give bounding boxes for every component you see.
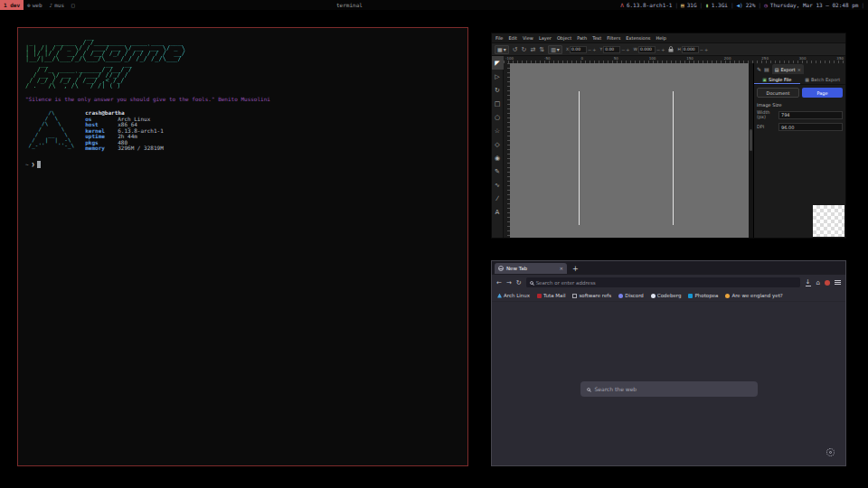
x-value[interactable]: 0.00 [570, 46, 587, 53]
tool-rectangle-icon[interactable]: □ [492, 97, 504, 110]
rotate-ccw-icon[interactable]: ↺ [513, 46, 518, 53]
search-placeholder: Search the web [595, 386, 637, 392]
bookmark-arch-linux[interactable]: Arch Linux [497, 293, 530, 298]
page-button[interactable]: Page [802, 88, 843, 98]
focused-window-title: terminal [79, 2, 621, 8]
w-value[interactable]: 0.000 [638, 46, 656, 53]
flip-horizontal-icon[interactable]: ⇄ [530, 46, 535, 53]
drawn-line-right[interactable] [673, 91, 674, 225]
close-tab-icon[interactable]: × [559, 266, 563, 271]
export-mode-tabs: ▣ Single File ▦ Batch Export [754, 75, 845, 85]
url-bar[interactable]: Search or enter address [526, 277, 800, 287]
drawn-line-left[interactable] [579, 91, 580, 225]
arch-logo-ascii: /\ / \ /\ \ / \ / __ \ / | | -\ /_-'' ''… [25, 110, 74, 152]
tool-calligraphy-icon[interactable]: ⁄ [492, 192, 504, 205]
tab-single-file[interactable]: ▣ Single File [754, 75, 800, 84]
menu-text[interactable]: Text [592, 35, 601, 41]
tuta-favicon [537, 294, 542, 298]
bookmark-discord[interactable]: Discord [618, 293, 644, 298]
image-size-label: Image Size [757, 102, 843, 108]
x-coordinate-spinner[interactable]: X 0.00 − + [566, 46, 597, 53]
dpi-label: DPI [757, 125, 777, 129]
menu-object[interactable]: Object [557, 35, 571, 41]
tool-spiral-icon[interactable]: ◉ [492, 151, 504, 164]
bookmark-codeberg[interactable]: Codeberg [651, 293, 682, 298]
cwd: ~ [25, 161, 29, 167]
tool-node-icon[interactable]: ▷ [492, 70, 504, 83]
snap-dropdown[interactable]: ▥▾ [548, 45, 562, 54]
tool-star-icon[interactable]: ☆ [492, 124, 504, 137]
y-value[interactable]: 0.00 [603, 46, 620, 53]
bookmark-are-we-england-yet[interactable]: Are we england yet? [725, 293, 782, 298]
menu-filters[interactable]: Filters [607, 35, 620, 41]
workspace-tag-dev[interactable]: 1 dev [0, 0, 24, 10]
width-spinner[interactable]: W 0.000 − + [634, 46, 665, 53]
back-icon[interactable]: ← [496, 279, 502, 286]
h-value[interactable]: 0.000 [682, 46, 699, 53]
personalize-gear-icon[interactable] [826, 448, 835, 456]
tool-select-icon[interactable]: ◤ [492, 56, 504, 70]
welcome-banner: __ _ _____ / /________ ____ ___ ___ | | … [25, 34, 460, 89]
fill-stroke-dialog-icon[interactable]: ✎ [757, 66, 761, 72]
status-bar: 1 dev ⊕ web ♪ mus □ terminal Λ 6.13.8-ar… [0, 0, 868, 10]
search-icon [530, 281, 533, 285]
adblock-extension-icon[interactable] [825, 280, 830, 286]
layout-indicator[interactable]: □ [68, 0, 79, 10]
inkscape-window[interactable]: File Edit View Layer Object Path Text Fi… [491, 33, 846, 239]
reload-icon[interactable]: ↻ [516, 279, 522, 286]
flip-vertical-icon[interactable]: ⇅ [539, 46, 544, 53]
selection-mode-dropdown[interactable]: ▦▾ [495, 45, 509, 54]
menu-icon[interactable] [835, 280, 841, 285]
menu-file[interactable]: File [495, 35, 503, 41]
menu-help[interactable]: Help [656, 35, 665, 41]
tool-tweak-icon[interactable]: ↻ [492, 83, 504, 97]
bookmark-photopea[interactable]: Photopea [688, 293, 718, 298]
arch-icon: Λ [620, 2, 624, 8]
vertical-ruler [504, 63, 510, 238]
browser-window[interactable]: New Tab × + ← → ↻ Search or enter addres… [491, 260, 846, 466]
menu-edit[interactable]: Edit [508, 35, 517, 41]
menu-layer[interactable]: Layer [539, 35, 552, 41]
rotate-cw-icon[interactable]: ↻ [522, 46, 527, 53]
downloads-icon[interactable]: ↓ [805, 279, 812, 286]
shell-prompt[interactable]: ~ ❯ [25, 161, 460, 168]
menu-extensions[interactable]: Extensions [626, 35, 650, 41]
kernel-version: 6.13.8-arch1-1 [627, 2, 673, 8]
export-dialog-tab[interactable]: ▤ Export × [772, 64, 804, 74]
tab-batch-export[interactable]: ▦ Batch Export [800, 75, 846, 84]
browser-tab[interactable]: New Tab × [495, 263, 567, 274]
tool-bezier-icon[interactable]: ∿ [492, 178, 504, 192]
height-spinner[interactable]: H 0.000 − + [677, 46, 708, 53]
fetch-info: crash@bartha osArch Linux hostx86_64 ker… [85, 110, 164, 152]
tool-text-icon[interactable]: A [492, 205, 504, 219]
lock-ratio-icon[interactable] [668, 46, 674, 52]
text-cursor [37, 161, 41, 168]
dpi-input[interactable]: 96.00 [778, 123, 843, 131]
drawing-canvas[interactable] [510, 63, 749, 238]
export-panel: ✎ ▤ ▤ Export × ▣ Single File [753, 63, 845, 238]
menu-view[interactable]: View [523, 35, 533, 41]
tool-pencil-icon[interactable]: ✎ [492, 164, 504, 178]
web-search-input[interactable]: Search the web [580, 381, 758, 397]
tool-3dbox-icon[interactable]: ◇ [492, 137, 504, 151]
tool-ellipse-icon[interactable]: ○ [492, 110, 504, 124]
bookmark-folder-software-refs[interactable]: software refs [572, 293, 611, 298]
bookmark-tuta-mail[interactable]: Tuta Mail [537, 293, 565, 298]
fortune-quote: "Silence is the only answer you should g… [25, 96, 460, 102]
new-tab-button[interactable]: + [572, 265, 579, 273]
menu-path[interactable]: Path [577, 35, 587, 41]
layers-dialog-icon[interactable]: ▤ [764, 66, 769, 72]
width-input[interactable]: 794 [778, 111, 843, 119]
status-modules: Λ 6.13.8-arch1-1 | ▤ 31G | ▮ 1.3Gi | ◀) … [620, 2, 868, 8]
document-button[interactable]: Document [757, 88, 799, 98]
workspace-tag-web[interactable]: ⊕ web [24, 0, 45, 10]
y-coordinate-spinner[interactable]: Y 0.00 − + [599, 46, 629, 53]
forward-icon[interactable]: → [506, 279, 512, 286]
tag-label: mus [54, 2, 64, 8]
system-fetch: /\ / \ /\ \ / \ / __ \ / | | -\ /_-'' ''… [25, 110, 460, 152]
terminal-window[interactable]: __ _ _____ / /________ ____ ___ ___ | | … [17, 27, 468, 466]
home-icon[interactable]: ⌂ [816, 279, 820, 286]
workspace-tag-music[interactable]: ♪ mus [46, 0, 68, 10]
close-icon[interactable]: × [797, 67, 801, 72]
export-preview-thumbnail [813, 205, 844, 237]
